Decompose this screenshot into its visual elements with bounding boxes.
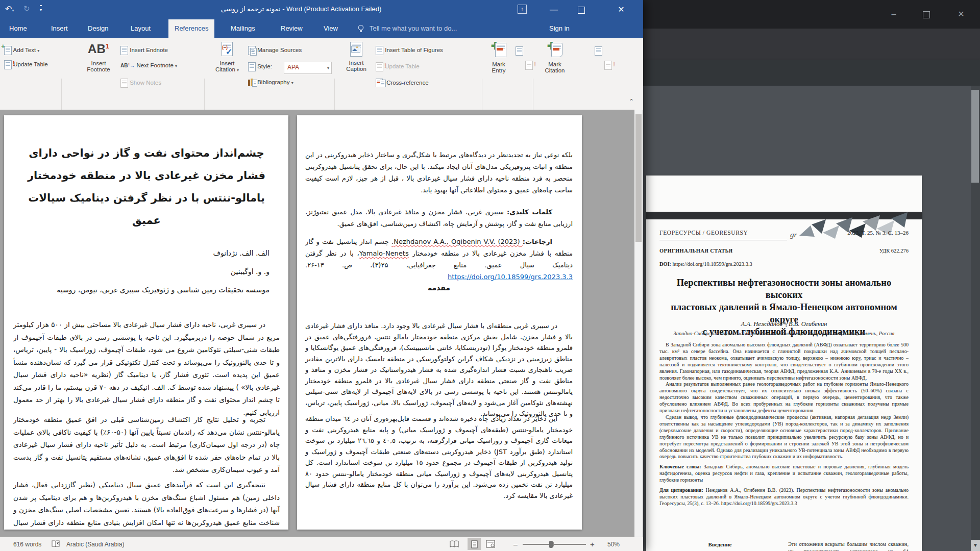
print-layout-icon[interactable] (468, 538, 481, 550)
insert-table-of-authorities-icon[interactable] (595, 46, 602, 56)
insert-table-of-figures-button[interactable]: Insert Table of Figures (376, 46, 443, 55)
tab-mailings[interactable]: Mailings (229, 19, 257, 38)
ribbon-tab-row: Home Insert Design Layout References Mai… (0, 19, 643, 38)
word-close-button[interactable]: ✕ (616, 4, 627, 16)
style-row: Style: (248, 62, 272, 71)
mark-citation-icon: ✚ (547, 42, 562, 59)
tab-view[interactable]: View (322, 19, 340, 38)
update-table-figures-button[interactable]: ! Update Table (376, 62, 420, 71)
read-mode-icon[interactable] (449, 540, 459, 548)
ribbon: + Add Text ▾ ! Update Table e of Content… (0, 38, 643, 110)
mark-entry-button[interactable]: ✚ Mark Entry (486, 42, 511, 73)
zoom-percentage[interactable]: 50% (607, 541, 620, 548)
tab-review[interactable]: Review (279, 19, 305, 38)
doc-page-right[interactable]: بلکه نوعی نیاز به تجدیدنظر در دیدگاه‌های… (297, 115, 582, 530)
ribbon-display-options-icon[interactable]: ↑ (518, 5, 527, 14)
word-maximize-button[interactable] (578, 7, 585, 14)
paper-authors: А.А. Нежданов*, В.В. Огибенин (659, 320, 909, 328)
style-dropdown[interactable]: APA ▾ (284, 62, 332, 74)
pdf-scrollbar-thumb[interactable] (971, 90, 979, 183)
tab-insert[interactable]: Insert (49, 19, 70, 38)
intro-column-left: Введение В Западной Сибири зона аномальн… (659, 541, 780, 551)
word-window: ↶▾ ↻ ▾ نمونه ترجمه از روسی - Word (Produ… (0, 0, 643, 551)
bibliography-button[interactable]: Bibliography ▾ (248, 79, 293, 87)
word-count[interactable]: 616 words (13, 541, 41, 548)
next-footnote-button[interactable]: AB1→ Next Footnote ▾ (120, 62, 177, 68)
doc-references: ارجاعات: Nezhdanov A.A., Ogibenin V.V. (… (305, 236, 573, 283)
udk-number: УДК 622.276 (857, 248, 909, 254)
browser-close-button[interactable]: ✕ (955, 8, 967, 20)
paper-citation: Для цитирования: Нежданов А.А., Огибенин… (659, 487, 909, 507)
tab-home[interactable]: Home (7, 19, 29, 38)
update-table-figures-icon: ! (376, 62, 383, 71)
insert-index-icon[interactable] (516, 46, 523, 56)
paper-title: Перспективы нефтегазоносности зоны анома… (659, 277, 909, 338)
journal-header: ГЕОРЕСУРСЫ / GEORESURSY (659, 230, 748, 236)
tell-me-box[interactable]: Tell me what you want to do... (368, 19, 459, 38)
language-indicator[interactable]: Arabic (Saudi Arabia) (66, 541, 124, 548)
paper-keywords: Ключевые слова: Западная Сибирь, аномаль… (659, 464, 909, 484)
insert-citation-icon: (–) ✓ (220, 42, 234, 58)
manage-sources-icon (248, 46, 256, 55)
mark-entry-icon: ✚ (491, 42, 506, 59)
doc-paragraph: نتیجه‌گیری این است که فرآیندهای عمیق سیا… (13, 479, 280, 530)
insert-footnote-button[interactable]: AB1 Insert Footnote (85, 42, 112, 72)
customize-qat-icon[interactable]: ▾ (40, 5, 42, 12)
proofing-icon[interactable] (51, 540, 60, 548)
doi-line: DOI: https://doi.org/10.18599/grs.2023.3… (659, 261, 752, 267)
mark-citation-button[interactable]: ✚ Mark Citation (541, 42, 569, 73)
doc-paragraph: در سیبری غربی منطقه‌ای با فشار سیال غیرع… (305, 320, 573, 419)
intro-heading-fa: مقدمه (305, 284, 573, 292)
doc-paragraph: این ذخایر در تعداد زیادی چاه ذخیره شده‌ا… (305, 413, 573, 501)
insert-caption-button[interactable]: Insert Caption (342, 42, 371, 72)
doc-authors: الف. الف. نژدانوف و. و. اوگیبنین موسسه ت… (14, 244, 270, 299)
undo-icon[interactable]: ↶▾ (5, 4, 14, 14)
insert-caption-icon (350, 42, 363, 57)
doc-paragraph: تجربه و تحلیل نتایج کار اکتشاف زمین‌شناس… (13, 413, 280, 476)
update-index-icon[interactable]: ! (525, 61, 533, 70)
intro-column-right: Эти отложения вскрыты большим числом скв… (788, 541, 909, 551)
journal-volume: 2023. Т. 25. № 3. С. 13–26 (817, 230, 909, 236)
zoom-slider-notch (553, 542, 554, 546)
tab-design[interactable]: Design (86, 19, 110, 38)
tell-me-bulb-icon[interactable] (357, 24, 364, 34)
journal-logo-gr: gr (790, 231, 797, 239)
zoom-out-button[interactable]: – (513, 540, 518, 548)
zoom-slider-thumb[interactable] (549, 541, 553, 548)
browser-minimize-button[interactable]: – (888, 8, 899, 20)
cross-reference-icon (376, 79, 385, 87)
cross-reference-button[interactable]: Cross-reference (376, 79, 429, 87)
doi-link[interactable]: https://doi.org/10.18599/grs.2023.3.3 (448, 273, 573, 281)
web-layout-icon[interactable] (486, 540, 495, 548)
bibliography-icon (248, 79, 256, 87)
zoom-in-button[interactable]: + (590, 540, 595, 548)
document-title: نمونه ترجمه از روسی - Word (Product Acti… (153, 5, 449, 13)
insert-citation-button[interactable]: (–) ✓ Insert Citation ▾ (212, 42, 242, 72)
sign-in-link[interactable]: Sign in (547, 19, 572, 38)
word-status-bar: 616 words Arabic (Saudi Arabia) – + 50% (0, 537, 643, 551)
add-text-button[interactable]: + Add Text ▾ (4, 46, 39, 55)
manage-sources-button[interactable]: Manage Sources (248, 46, 302, 55)
browser-maximize-button[interactable] (923, 11, 930, 18)
next-footnote-icon: AB1→ (120, 63, 135, 68)
collapse-ribbon-chevron[interactable]: ⌃ (629, 98, 634, 105)
journal-header-rule (659, 240, 787, 240)
doc-keywords: کلمات کلیدی: سیبری غربی، فشار مخزن و منا… (305, 206, 573, 230)
show-notes-button[interactable]: Show Notes (120, 79, 161, 88)
word-minimize-button[interactable]: — (548, 4, 559, 16)
insert-endnote-button[interactable]: Insert Endnote (120, 46, 168, 55)
update-table-of-authorities-icon[interactable]: ! (604, 61, 612, 70)
tab-references[interactable]: References (168, 19, 214, 38)
show-notes-icon (120, 79, 128, 88)
pdf-scroll-down-button[interactable]: ▼ (971, 540, 980, 551)
tab-layout[interactable]: Layout (129, 19, 153, 38)
zoom-slider-track[interactable] (523, 544, 586, 545)
word-scrollbar-thumb[interactable] (635, 114, 642, 242)
doc-paragraph: بلکه نوعی نیاز به تجدیدنظر در دیدگاه‌های… (305, 149, 573, 196)
insert-endnote-icon (120, 46, 128, 55)
update-toc-button[interactable]: ! Update Table (4, 60, 48, 69)
pdf-page: ГЕОРЕСУРСЫ / GEORESURSY gr 2023. Т. 25. … (646, 176, 922, 551)
paper-affiliation: Западно-Сибирский научно-исследовательск… (659, 331, 909, 336)
doc-page-left[interactable]: چشم‌انداز محتوای نفت و گاز در نواحی دارا… (4, 115, 288, 530)
redo-icon[interactable]: ↻ (23, 4, 30, 13)
